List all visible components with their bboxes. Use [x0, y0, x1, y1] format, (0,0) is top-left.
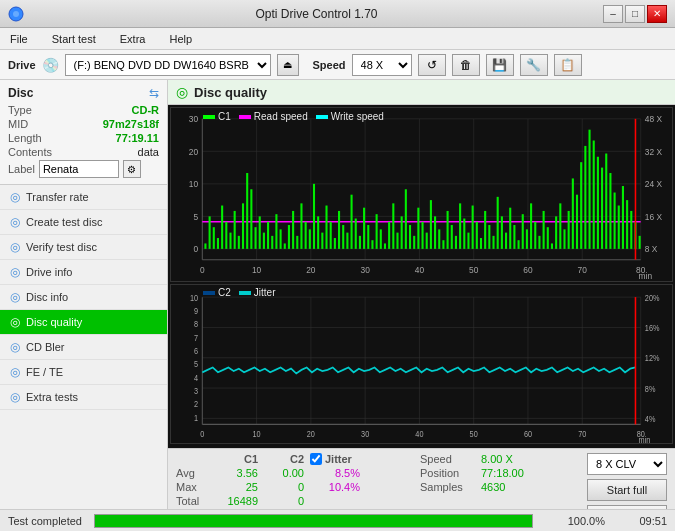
svg-text:48 X: 48 X — [645, 114, 662, 124]
disc-header: Disc ⇆ — [8, 86, 159, 100]
jitter-col-header: Jitter — [325, 453, 352, 465]
app-title: Opti Drive Control 1.70 — [30, 7, 603, 21]
svg-rect-122 — [639, 236, 641, 249]
progress-bar — [95, 515, 532, 527]
svg-text:20: 20 — [189, 146, 199, 156]
svg-rect-28 — [246, 173, 248, 249]
svg-rect-115 — [609, 173, 611, 249]
svg-text:30: 30 — [361, 429, 370, 439]
svg-rect-58 — [371, 240, 373, 249]
sidebar-item-disc-info[interactable]: ◎ Disc info — [0, 285, 167, 310]
speed-select[interactable]: 48 X — [352, 54, 412, 76]
svg-rect-112 — [597, 157, 599, 249]
erase-button[interactable]: 🗑 — [452, 54, 480, 76]
sidebar-item-transfer-rate[interactable]: ◎ Transfer rate — [0, 185, 167, 210]
eject-button[interactable]: ⏏ — [277, 54, 299, 76]
svg-rect-86 — [488, 225, 490, 249]
max-c2: 0 — [264, 481, 304, 493]
verify-test-disc-icon: ◎ — [10, 240, 20, 254]
svg-rect-68 — [413, 236, 415, 249]
svg-rect-97 — [534, 222, 536, 249]
svg-rect-99 — [543, 211, 545, 249]
svg-rect-108 — [580, 162, 582, 249]
svg-rect-113 — [601, 168, 603, 249]
label-settings-button[interactable]: ⚙ — [123, 160, 141, 178]
svg-rect-66 — [405, 189, 407, 249]
svg-rect-92 — [513, 225, 515, 249]
svg-rect-79 — [459, 203, 461, 249]
svg-text:9: 9 — [194, 307, 199, 317]
svg-text:8: 8 — [194, 320, 199, 330]
sidebar-item-drive-info[interactable]: ◎ Drive info — [0, 260, 167, 285]
samples-row: Samples 4630 — [420, 481, 575, 493]
sidebar-item-cd-bler[interactable]: ◎ CD Bler — [0, 335, 167, 360]
svg-text:40: 40 — [415, 265, 425, 275]
svg-text:12%: 12% — [645, 354, 660, 364]
svg-rect-114 — [605, 154, 607, 249]
position-row: Position 77:18.00 — [420, 467, 575, 479]
svg-rect-40 — [296, 236, 298, 249]
avg-label: Avg — [176, 467, 212, 479]
svg-text:10: 10 — [252, 265, 262, 275]
sidebar-item-disc-quality[interactable]: ◎ Disc quality — [0, 310, 167, 335]
svg-rect-59 — [376, 214, 378, 249]
menu-start-test[interactable]: Start test — [46, 31, 102, 47]
svg-rect-61 — [384, 243, 386, 248]
drive-select[interactable]: (F:) BENQ DVD DD DW1640 BSRB — [65, 54, 271, 76]
jitter-checkbox[interactable] — [310, 453, 322, 465]
svg-text:40: 40 — [415, 429, 424, 439]
disc-info-label: Disc info — [26, 291, 68, 303]
read-speed-legend-label: Read speed — [254, 111, 308, 122]
maximize-button[interactable]: □ — [625, 5, 645, 23]
svg-rect-63 — [392, 203, 394, 249]
svg-text:32 X: 32 X — [645, 146, 662, 156]
save-button[interactable]: 💾 — [486, 54, 514, 76]
close-button[interactable]: ✕ — [647, 5, 667, 23]
menu-bar: File Start test Extra Help — [0, 28, 675, 50]
menu-help[interactable]: Help — [163, 31, 198, 47]
disc-info-panel: Disc ⇆ Type CD-R MID 97m27s18f Length 77… — [0, 80, 167, 185]
svg-rect-72 — [430, 200, 432, 249]
stats-header-row: C1 C2 Jitter — [176, 453, 396, 465]
fe-te-label: FE / TE — [26, 366, 63, 378]
disc-arrow-icon[interactable]: ⇆ — [149, 86, 159, 100]
save2-button[interactable]: 📋 — [554, 54, 582, 76]
svg-rect-18 — [204, 243, 206, 248]
start-full-button[interactable]: Start full — [587, 479, 667, 501]
svg-text:2: 2 — [194, 400, 198, 410]
svg-rect-35 — [275, 214, 277, 249]
svg-rect-78 — [455, 236, 457, 249]
minimize-button[interactable]: – — [603, 5, 623, 23]
position-label: Position — [420, 467, 475, 479]
svg-rect-76 — [447, 211, 449, 249]
disc-contents-row: Contents data — [8, 146, 159, 158]
settings2-button[interactable]: 🔧 — [520, 54, 548, 76]
disc-type-row: Type CD-R — [8, 104, 159, 116]
svg-rect-81 — [467, 233, 469, 249]
stats-right: Speed 8.00 X Position 77:18.00 Samples 4… — [420, 453, 575, 493]
c1-legend-item: C1 — [203, 111, 231, 122]
menu-file[interactable]: File — [4, 31, 34, 47]
write-speed-legend-label: Write speed — [331, 111, 384, 122]
refresh-button[interactable]: ↺ — [418, 54, 446, 76]
avg-c1: 3.56 — [218, 467, 258, 479]
sidebar-item-fe-te[interactable]: ◎ FE / TE — [0, 360, 167, 385]
svg-text:0: 0 — [200, 265, 205, 275]
svg-rect-106 — [572, 178, 574, 248]
svg-rect-20 — [213, 227, 215, 249]
clv-speed-dropdown[interactable]: 8 X CLV — [587, 453, 667, 475]
svg-rect-55 — [359, 236, 361, 249]
content-area: ◎ Disc quality — [168, 80, 675, 531]
menu-extra[interactable]: Extra — [114, 31, 152, 47]
fe-te-icon: ◎ — [10, 365, 20, 379]
svg-text:70: 70 — [578, 265, 588, 275]
max-c1: 25 — [218, 481, 258, 493]
svg-text:0: 0 — [200, 429, 205, 439]
sidebar-item-verify-test-disc[interactable]: ◎ Verify test disc — [0, 235, 167, 260]
sidebar-item-extra-tests[interactable]: ◎ Extra tests — [0, 385, 167, 410]
sidebar-item-create-test-disc[interactable]: ◎ Create test disc — [0, 210, 167, 235]
svg-rect-64 — [396, 233, 398, 249]
svg-rect-102 — [555, 216, 557, 249]
disc-title: Disc — [8, 86, 33, 100]
label-input[interactable] — [39, 160, 119, 178]
